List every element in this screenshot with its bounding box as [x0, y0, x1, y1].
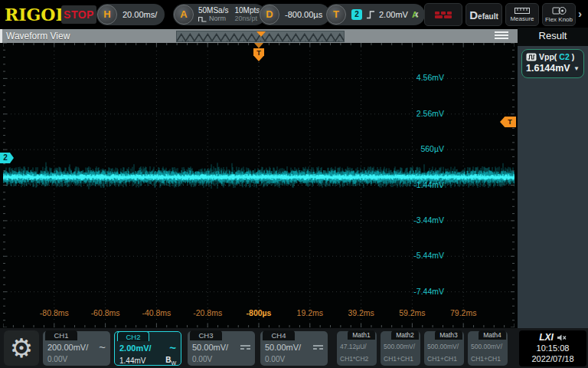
math-scale: 500.00mV/	[471, 343, 502, 350]
delay-group[interactable]: D -800.00µs	[259, 4, 330, 25]
channel-scale: 50.00mV/	[265, 343, 301, 352]
gear-icon: ⚙	[10, 334, 33, 363]
time-axis-label: 19.2ms	[297, 308, 323, 317]
math-tab: Math4	[479, 330, 506, 340]
time-axis-label: 39.2ms	[348, 308, 374, 317]
horizontal-scale-value: 20.00ms/	[117, 10, 165, 19]
a-knob-button[interactable]: A	[174, 5, 194, 25]
channel-scale: 2.00mV/	[119, 343, 152, 353]
bandwidth-limit-badge: BW	[165, 356, 176, 366]
trigger-source-badge: 2	[351, 9, 362, 20]
run-state-badge[interactable]: STOP	[61, 5, 96, 24]
overview-trigger-position-icon	[256, 31, 266, 37]
time-axis-label: -80.8ms	[40, 308, 69, 317]
chevron-left-icon[interactable]: ‹	[415, 7, 419, 20]
channel-tab: CH4	[263, 330, 295, 340]
math-scale: 500.00mV/	[427, 343, 459, 350]
math-card-math4[interactable]: Math4 500.00mV/ CH1+CH1	[468, 331, 508, 366]
channel-card-ch4[interactable]: CH4 50.00mV/ 0.00V	[260, 331, 328, 366]
math-tab: Math3	[435, 330, 462, 340]
chevron-right-icon[interactable]: ›	[578, 7, 582, 20]
function-menu-button[interactable]: ⚙	[4, 330, 39, 366]
acquisition-mode-label: Norm	[209, 15, 226, 23]
time-axis-label: 59.2ms	[399, 308, 425, 317]
math-tab: Math1	[348, 330, 375, 340]
top-bar: RIGOL STOP H 20.00ms/ A 50MSa/s Norm 10M…	[0, 0, 588, 29]
time-axis-label: -40.8ms	[142, 308, 171, 317]
clock-date: 2022/07/18	[519, 353, 586, 364]
default-button-label: Default	[469, 8, 498, 21]
channel-card-ch2[interactable]: CH2 2.00mV/~ 1.44mV BW	[114, 331, 181, 366]
rigol-logo: RIGOL	[5, 5, 67, 25]
default-button[interactable]: Default	[466, 3, 502, 26]
math-scale: 47.12µU/	[340, 343, 367, 350]
d-knob-button[interactable]: D	[260, 5, 279, 25]
channel-tab: CH1	[45, 330, 77, 340]
measure-button[interactable]: Measure	[505, 3, 539, 26]
channel-offset: 1.44mV	[119, 356, 145, 365]
math-card-math1[interactable]: Math1 47.12µU/ CH1*CH2	[337, 331, 377, 366]
voltage-axis-label: 4.56mV	[416, 73, 444, 82]
h-knob-button[interactable]: H	[97, 5, 117, 25]
horizontal-scale-group[interactable]: H 20.00ms/	[96, 4, 165, 25]
acquisition-group[interactable]: A 50MSa/s Norm 10Mpts 20ns/pt	[173, 4, 266, 25]
trigger-group[interactable]: T 2 2.00mV A	[325, 4, 425, 25]
math-scale: 500.00mV/	[384, 343, 415, 350]
quick-stop-button[interactable]	[424, 3, 462, 26]
time-axis-label: -20.8ms	[193, 308, 222, 317]
measurement-name-suffix: )	[572, 52, 575, 61]
stop-led-icon	[435, 11, 452, 19]
channel-scale: 200.00mV/	[47, 343, 88, 352]
channel-card-ch1[interactable]: CH1 200.00mV/~ 0.00V	[43, 331, 110, 366]
measurement-type-icon	[526, 53, 537, 61]
system-status-block[interactable]: LXI 10:15:08 2022/07/18	[519, 330, 586, 366]
channel-offset: 0.00V	[47, 355, 67, 363]
channel-tab: CH2	[117, 331, 149, 341]
memory-depth-value: 10Mpts	[234, 6, 260, 15]
voltage-axis-label: -3.44mV	[413, 215, 444, 225]
waveform-view-tab-bar: Waveform View	[0, 29, 518, 43]
measurement-value: 1.6144mV	[526, 63, 570, 74]
waveform-view-tab[interactable]: Waveform View	[6, 31, 70, 41]
channel-offset: 0.00V	[192, 355, 212, 363]
measurement-source: C2	[559, 52, 569, 61]
trigger-level-value: 2.00mV	[379, 10, 408, 19]
channel-card-ch3[interactable]: CH3 50.00mV/ 0.00V	[188, 331, 255, 366]
ac-coupling-icon: ~	[99, 343, 106, 351]
math-card-math3[interactable]: Math3 500.00mV/ CH1+CH1	[424, 331, 464, 366]
measurement-card[interactable]: Vpp(C2) 1.6144mV ▼	[521, 49, 584, 78]
voltage-axis-label: 560µV	[420, 144, 444, 153]
oscilloscope-screen: RIGOL STOP H 20.00ms/ A 50MSa/s Norm 10M…	[0, 0, 588, 368]
tab-accent	[0, 29, 2, 43]
voltage-axis-label: -7.44mV	[413, 287, 444, 296]
flex-knob-button[interactable]: Flex Knob	[542, 3, 576, 26]
math-expression: CH1+CH1	[384, 355, 413, 363]
math-expression: CH1+CH1	[427, 355, 457, 363]
math-expression: CH1*CH2	[340, 355, 368, 363]
knob-icon	[551, 6, 567, 15]
delay-value: -800.00µs	[279, 10, 330, 19]
dc-coupling-icon	[240, 345, 250, 350]
time-axis-label: -60.8ms	[91, 308, 120, 317]
lxi-logo: LXI	[539, 332, 554, 343]
time-axis-label: 79.2ms	[450, 308, 476, 317]
chevron-down-icon[interactable]: ▼	[573, 65, 580, 72]
math-expression: CH1+CH1	[471, 355, 501, 363]
voltage-axis-label: 2.56mV	[416, 109, 444, 118]
t-knob-button[interactable]: T	[326, 5, 346, 25]
clock-time: 10:15:08	[519, 343, 586, 353]
waveform-display: 4.56mV2.56mV560µV-1.44mV-3.44mV-5.44mV-7…	[0, 43, 518, 328]
bottom-bar: ⚙ CH1 200.00mV/~ 0.00V CH2 2.00mV/~ 1.44…	[0, 328, 588, 368]
ac-coupling-icon: ~	[169, 344, 176, 352]
dc-coupling-icon	[313, 345, 323, 350]
sample-rate-value: 50MSa/s	[198, 6, 228, 15]
ruler-icon	[514, 7, 530, 15]
math-card-math2[interactable]: Math2 500.00mV/ CH1+CH1	[381, 331, 420, 366]
measurement-name: Vpp(	[539, 52, 557, 61]
waveform-overview-strip[interactable]	[176, 31, 345, 42]
measure-button-label: Measure	[510, 15, 534, 22]
voltage-axis-label: -5.44mV	[413, 251, 444, 260]
acquisition-mode-icon	[198, 16, 207, 22]
flex-knob-button-label: Flex Knob	[545, 16, 573, 23]
hamburger-menu-icon[interactable]	[495, 31, 508, 41]
